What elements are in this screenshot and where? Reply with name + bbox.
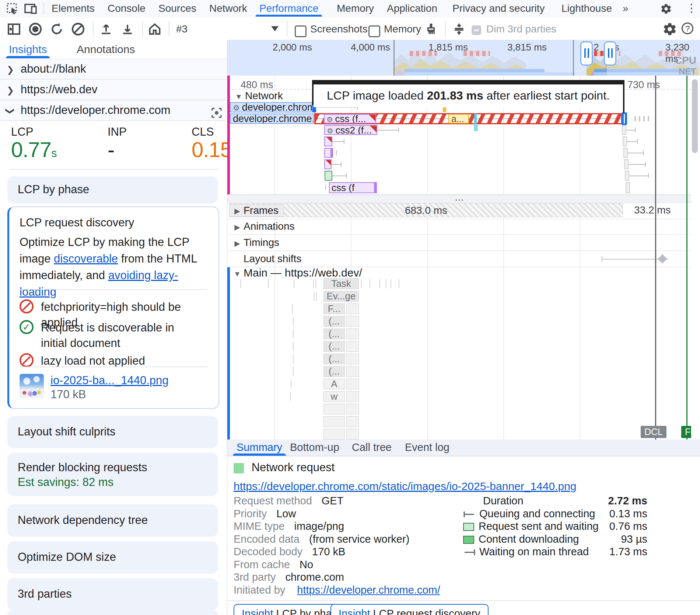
flame-chart[interactable]: 480 ms 730 ms ▼Network ⚙ developer.chrom…: [227, 76, 691, 439]
insight-card-network-dependency-tree[interactable]: Network dependency tree: [7, 504, 218, 537]
panel-tab-privacy-and-security[interactable]: Privacy and security: [451, 0, 546, 17]
panel-tab-performance[interactable]: Performance: [258, 0, 320, 17]
track-animations[interactable]: ▶Animations: [227, 219, 691, 235]
main-block[interactable]: Ev...ge: [323, 291, 359, 302]
gc-brush-icon[interactable]: [424, 22, 438, 37]
main-block[interactable]: (...: [323, 366, 345, 377]
collapsed-request[interactable]: [625, 171, 629, 181]
main-block[interactable]: [346, 316, 359, 327]
details-tab-event-log[interactable]: Event log: [405, 439, 449, 455]
device-toolbar-icon[interactable]: [24, 3, 38, 15]
more-tabs-chevron[interactable]: »: [621, 0, 630, 17]
collapsed-request[interactable]: [622, 125, 626, 135]
details-tab-call-tree[interactable]: Call tree: [352, 439, 392, 455]
insight-chip-lcp-request-discovery[interactable]: Insight LCP request discovery: [330, 604, 489, 615]
download-profile-icon[interactable]: [120, 22, 135, 37]
upload-profile-icon[interactable]: [99, 22, 113, 37]
main-block[interactable]: A: [323, 379, 345, 389]
main-block[interactable]: [346, 429, 359, 439]
track-timings[interactable]: ▶Timings: [227, 235, 691, 251]
tab-insights[interactable]: Insights: [9, 41, 47, 58]
main-block[interactable]: [323, 429, 345, 439]
panel-settings-gear-icon[interactable]: [662, 22, 677, 37]
main-block[interactable]: [346, 404, 359, 414]
collapsed-request[interactable]: [624, 159, 629, 169]
record-icon[interactable]: [28, 22, 43, 37]
chevron-right-icon[interactable]: ❯: [0, 80, 21, 100]
lcp-bar-end-marker[interactable]: [622, 112, 627, 125]
network-request-row1-label[interactable]: ⚙ developer.chrom...: [230, 102, 312, 112]
overview-handle-right[interactable]: [604, 41, 616, 66]
main-block[interactable]: [346, 303, 359, 314]
panel-tab-memory[interactable]: Memory: [335, 0, 375, 17]
discoverable-link[interactable]: discoverable: [54, 252, 118, 265]
lcp-annotation[interactable]: LCP image loaded 201.83 ms after earlies…: [312, 80, 624, 113]
toggle-sidebar-icon[interactable]: [7, 22, 21, 37]
overview-handle-left[interactable]: [580, 41, 593, 66]
lcp-request-discovery-card[interactable]: LCP request discovery Optimize LCP by ma…: [7, 206, 219, 409]
details-tab-summary[interactable]: Summary: [237, 439, 282, 455]
kebab-menu-icon[interactable]: ⋮: [686, 1, 697, 14]
main-block[interactable]: [323, 404, 345, 414]
main-block[interactable]: (...: [323, 341, 345, 352]
lcp-image-thumbnail[interactable]: [20, 374, 44, 398]
main-block[interactable]: (...: [323, 354, 345, 364]
collapse-triangle-icon[interactable]: ▼: [232, 91, 245, 102]
main-block[interactable]: [346, 366, 359, 377]
main-block[interactable]: w: [323, 391, 345, 402]
main-block[interactable]: [346, 379, 359, 389]
request-bar-a[interactable]: a...: [448, 114, 469, 124]
request-bar-css3[interactable]: css (f: [329, 182, 377, 193]
inspect-icon[interactable]: [7, 3, 19, 15]
lcp-image-filename-link[interactable]: io-2025-ba..._1440.png: [50, 374, 169, 387]
field-target-icon[interactable]: [210, 106, 223, 119]
history-dropdown-icon[interactable]: [271, 26, 279, 31]
main-block[interactable]: F...: [323, 303, 345, 314]
insight-card-render-blocking-requests[interactable]: Render blocking requestsEst savings: 82 …: [7, 453, 218, 496]
expand-triangle-icon[interactable]: ▶: [231, 236, 244, 251]
memory-label[interactable]: Memory: [384, 17, 421, 41]
request-bar-css[interactable]: ⚙ css (f...: [324, 114, 376, 124]
request-bar-green[interactable]: [325, 171, 332, 181]
panel-tab-network[interactable]: Network: [208, 0, 249, 17]
main-block[interactable]: [346, 416, 359, 427]
screenshots-checkbox[interactable]: [295, 25, 307, 37]
main-block[interactable]: [346, 354, 359, 364]
panel-tab-lighthouse[interactable]: Lighthouse: [560, 0, 613, 17]
collapsed-request[interactable]: [623, 136, 627, 146]
sidebar-nav-3[interactable]: ❯https://developer.chrome.com: [0, 100, 226, 121]
insight-card-layout-shift-culprits[interactable]: Layout shift culprits: [7, 416, 218, 448]
dcl-badge[interactable]: DCL: [641, 426, 666, 438]
request-url-link[interactable]: https://developer.chrome.com/static/imag…: [234, 480, 577, 493]
settings-gear-icon[interactable]: [660, 3, 672, 15]
main-block[interactable]: [323, 416, 345, 427]
track-main[interactable]: ▼Main — https://web.dev/: [227, 267, 691, 278]
main-block[interactable]: [346, 341, 359, 352]
request-bar-css2[interactable]: ⚙ css2 (f...: [324, 125, 377, 135]
main-block[interactable]: Task: [323, 278, 359, 289]
request-bar-small[interactable]: [324, 136, 332, 146]
request-bar-small[interactable]: [324, 148, 333, 158]
chevron-right-icon[interactable]: ❯: [0, 60, 21, 80]
home-icon[interactable]: [147, 22, 162, 37]
help-icon[interactable]: ?: [682, 22, 693, 34]
sidebar-nav-1[interactable]: ❯about://blank: [0, 59, 226, 80]
expand-triangle-icon[interactable]: ▶: [231, 219, 244, 235]
insight-card-partial[interactable]: [7, 610, 218, 615]
memory-checkbox[interactable]: [368, 25, 380, 37]
collapsed-request[interactable]: [623, 148, 628, 158]
request-bar-small[interactable]: [324, 159, 332, 169]
history-item-label[interactable]: #3: [176, 17, 188, 41]
main-block[interactable]: (...: [323, 329, 345, 339]
sidebar-nav-2[interactable]: ❯https://web.dev: [0, 80, 226, 100]
insight-card-lcp-by-phase[interactable]: LCP by phase: [7, 176, 218, 204]
expand-rows-button[interactable]: …: [227, 194, 691, 203]
panel-tab-application[interactable]: Application: [385, 0, 439, 17]
collapsed-request[interactable]: [626, 182, 630, 193]
insight-card-optimize-dom-size[interactable]: Optimize DOM size: [7, 541, 218, 574]
screenshots-label[interactable]: Screenshots: [310, 17, 368, 41]
clear-icon[interactable]: [71, 22, 85, 37]
reload-record-icon[interactable]: [49, 22, 64, 37]
main-block[interactable]: [346, 391, 359, 402]
collapse-tracks-icon[interactable]: [452, 22, 466, 37]
